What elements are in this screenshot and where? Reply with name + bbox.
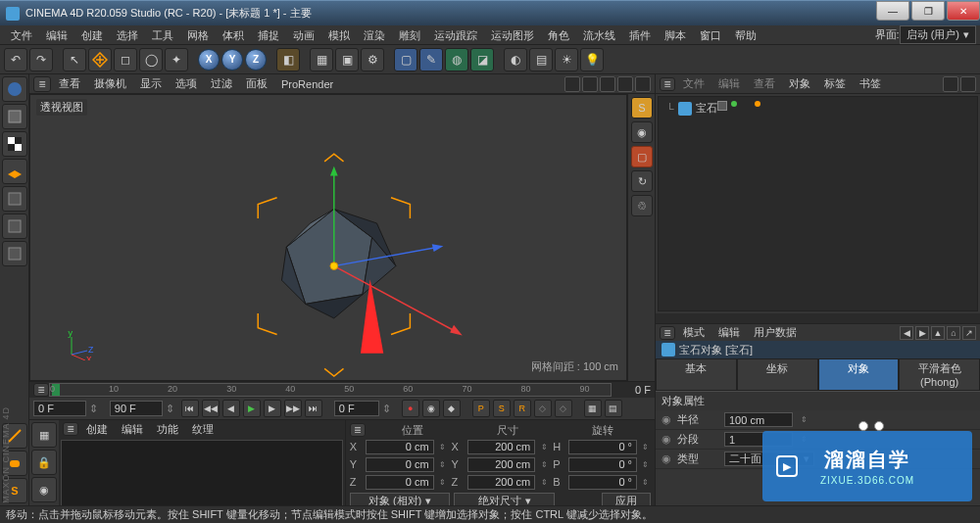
- obj-tab-文件[interactable]: 文件: [677, 76, 710, 91]
- axis-x-toggle[interactable]: X: [198, 49, 220, 71]
- menu-雕刻[interactable]: 雕刻: [392, 25, 427, 45]
- pos-X-input[interactable]: 0 cm: [366, 440, 434, 454]
- play-button[interactable]: ▶: [243, 400, 261, 417]
- menu-流水线[interactable]: 流水线: [576, 25, 622, 45]
- viewport-menu-摄像机[interactable]: 摄像机: [88, 76, 132, 91]
- menu-捕捉[interactable]: 捕捉: [251, 25, 286, 45]
- menu-编辑[interactable]: 编辑: [39, 25, 74, 45]
- environment-button[interactable]: ◐: [504, 48, 527, 71]
- record-button[interactable]: ●: [402, 400, 419, 417]
- layer-tag[interactable]: [717, 101, 727, 111]
- size-Z-input[interactable]: 200 cm: [467, 475, 536, 490]
- minimize-button[interactable]: —: [876, 1, 909, 21]
- axis-y-toggle[interactable]: Y: [221, 49, 243, 71]
- mat-icon-2[interactable]: 🔒: [31, 450, 57, 475]
- select-tool[interactable]: ↖: [63, 48, 86, 71]
- attr-tab-userdata[interactable]: 用户数据: [748, 325, 803, 340]
- next-frame-button[interactable]: ▶: [264, 400, 281, 417]
- attr-nav-fwd[interactable]: ▶: [915, 326, 929, 340]
- current-frame-input[interactable]: 0 F: [334, 401, 379, 416]
- mat-menu-icon[interactable]: ≡: [63, 422, 78, 436]
- size-Y-input[interactable]: 200 cm: [467, 457, 536, 472]
- viewport-nav-4[interactable]: [617, 76, 633, 92]
- timeline-menu-icon[interactable]: ≡: [33, 383, 49, 397]
- render-settings-button[interactable]: ⚙: [361, 48, 384, 71]
- vs-filter-1[interactable]: S: [631, 97, 653, 119]
- menu-帮助[interactable]: 帮助: [728, 25, 763, 45]
- move-tool[interactable]: [88, 48, 112, 71]
- mat-tab-编辑[interactable]: 编辑: [116, 422, 149, 437]
- viewport-config-icon[interactable]: ≡: [33, 76, 51, 92]
- vs-filter-4[interactable]: ↻: [631, 170, 653, 192]
- attr-nav-back[interactable]: ◀: [900, 326, 913, 340]
- axis-z-toggle[interactable]: Z: [245, 49, 267, 71]
- obj-menu-icon[interactable]: ≡: [660, 77, 675, 91]
- viewport-nav-1[interactable]: [564, 76, 580, 92]
- attr-nav-home[interactable]: ⌂: [947, 326, 960, 340]
- close-button[interactable]: ✕: [947, 1, 980, 21]
- scale-tool[interactable]: ◻: [114, 48, 137, 71]
- material-list[interactable]: [61, 440, 343, 507]
- attr-tab-coord[interactable]: 坐标: [737, 358, 818, 391]
- viewport-menu-显示[interactable]: 显示: [134, 76, 168, 91]
- point-mode-button[interactable]: [2, 186, 27, 212]
- tree-item-gem[interactable]: └ 宝石: [666, 101, 969, 116]
- attr-tab-phong[interactable]: 平滑着色(Phong): [899, 358, 980, 391]
- menu-脚本[interactable]: 脚本: [658, 25, 693, 45]
- camera-button[interactable]: ▤: [529, 48, 553, 71]
- playback-opt-2[interactable]: ▤: [605, 400, 622, 417]
- menu-模拟[interactable]: 模拟: [321, 25, 357, 45]
- radius-input[interactable]: 100 cm: [724, 412, 793, 427]
- menu-插件[interactable]: 插件: [622, 25, 658, 45]
- maximize-button[interactable]: ❐: [911, 1, 945, 21]
- light-button[interactable]: ☀: [555, 48, 578, 71]
- attr-menu-icon[interactable]: ≡: [660, 326, 675, 340]
- viewport-menu-查看[interactable]: 查看: [53, 76, 86, 91]
- texture-mode-button[interactable]: [2, 131, 27, 157]
- render-view-button[interactable]: ▦: [310, 48, 333, 71]
- visibility-dot-editor[interactable]: [731, 101, 737, 107]
- redo-button[interactable]: ↷: [29, 48, 53, 71]
- keyframe-sel-button[interactable]: ◆: [443, 400, 461, 417]
- size-X-input[interactable]: 200 cm: [467, 440, 536, 454]
- perspective-viewport[interactable]: 透视视图: [29, 94, 627, 381]
- mat-tab-功能[interactable]: 功能: [151, 422, 184, 437]
- menu-角色[interactable]: 角色: [541, 25, 576, 45]
- polygon-mode-button[interactable]: [2, 241, 27, 266]
- menu-选择[interactable]: 选择: [110, 25, 145, 45]
- mat-tab-纹理[interactable]: 纹理: [186, 422, 220, 437]
- obj-search-icon[interactable]: [943, 76, 958, 92]
- next-key-button[interactable]: ▶▶: [284, 400, 302, 417]
- obj-tab-查看[interactable]: 查看: [748, 76, 781, 91]
- mat-tab-创建[interactable]: 创建: [80, 422, 114, 437]
- menu-渲染[interactable]: 渲染: [357, 25, 392, 45]
- phong-tag-icon[interactable]: [755, 101, 760, 107]
- autokey-button[interactable]: ◉: [422, 400, 440, 417]
- menu-创建[interactable]: 创建: [74, 25, 110, 45]
- menu-动画[interactable]: 动画: [286, 25, 321, 45]
- coord-system-button[interactable]: ◧: [276, 48, 300, 71]
- deformer-button[interactable]: ◪: [470, 48, 494, 71]
- obj-tab-对象[interactable]: 对象: [783, 76, 816, 91]
- mat-icon-1[interactable]: ▦: [31, 422, 57, 448]
- menu-运动跟踪[interactable]: 运动跟踪: [427, 25, 484, 45]
- rot-P-input[interactable]: 0 °: [568, 457, 637, 472]
- key-scale-button[interactable]: S: [493, 400, 511, 417]
- playback-opt-1[interactable]: ▦: [584, 400, 602, 417]
- goto-end-button[interactable]: ⏭: [305, 400, 322, 417]
- make-editable-button[interactable]: [2, 76, 27, 102]
- menu-文件[interactable]: 文件: [4, 25, 39, 45]
- end-frame-input[interactable]: 90 F: [110, 401, 163, 416]
- workplane-mode-button[interactable]: [2, 159, 27, 184]
- attr-tab-mode[interactable]: 模式: [677, 325, 710, 340]
- edge-mode-button[interactable]: [2, 214, 27, 239]
- rotate-tool[interactable]: ◯: [139, 48, 163, 71]
- attr-tab-object[interactable]: 对象: [818, 358, 900, 391]
- menu-窗口[interactable]: 窗口: [693, 25, 728, 45]
- mat-icon-3[interactable]: ◉: [31, 477, 57, 502]
- pos-Z-input[interactable]: 0 cm: [366, 475, 434, 490]
- layout-dropdown[interactable]: 启动 (用户)▾: [900, 25, 976, 44]
- menu-网格[interactable]: 网格: [180, 25, 216, 45]
- rot-H-input[interactable]: 0 °: [568, 440, 637, 454]
- prev-frame-button[interactable]: ◀: [222, 400, 240, 417]
